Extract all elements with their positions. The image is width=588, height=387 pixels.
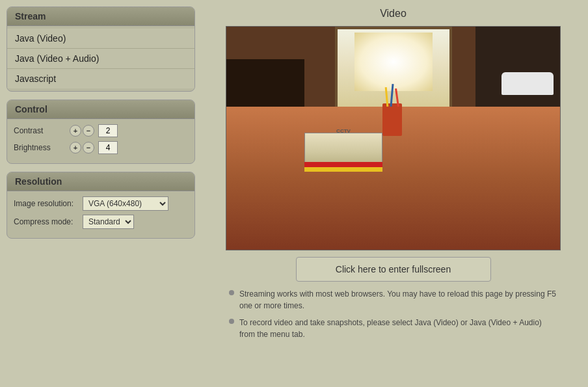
stream-item-javascript[interactable]: Javascript [7, 69, 194, 88]
scene-sky [354, 33, 433, 91]
info-item-2: To record video and take snapshots, plea… [229, 317, 557, 340]
contrast-increment-button[interactable]: + [70, 125, 81, 137]
bullet-icon-2 [229, 319, 234, 324]
scene-box-label: CCTV [311, 128, 376, 134]
stripe-yellow [304, 167, 382, 172]
video-container: CCTV [226, 26, 561, 250]
stream-items: Java (Video) Java (Video + Audio) Javasc… [7, 26, 194, 91]
stream-item-java-video[interactable]: Java (Video) [7, 29, 194, 49]
contrast-buttons: + − [70, 125, 94, 137]
resolution-panel: Resolution Image resolution: VGA (640x48… [7, 172, 195, 239]
brightness-row: Brightness + − [14, 141, 188, 154]
brightness-label: Brightness [14, 143, 66, 152]
stripe-red [304, 162, 382, 167]
info-section: Streaming works with most web browsers. … [226, 288, 561, 345]
info-item-1: Streaming works with most web browsers. … [229, 288, 557, 312]
compress-mode-select[interactable]: Standard High Low [83, 215, 134, 229]
left-panel: Stream Java (Video) Java (Video + Audio)… [7, 7, 195, 345]
right-panel: Video CCTV [205, 7, 581, 345]
fullscreen-button[interactable]: Click here to enter fullscreen [296, 257, 491, 282]
scene-car [501, 72, 554, 95]
scene-cup [382, 103, 402, 136]
bullet-icon-1 [229, 290, 234, 295]
stream-item-java-video-audio[interactable]: Java (Video + Audio) [7, 49, 194, 69]
contrast-row: Contrast + − [14, 124, 188, 137]
brightness-increment-button[interactable]: + [70, 142, 81, 153]
scene-box-stripe [304, 162, 382, 172]
brightness-buttons: + − [70, 142, 94, 153]
video-scene: CCTV [226, 27, 560, 250]
control-body: Contrast + − Brightness + − [7, 119, 194, 163]
stream-panel: Stream Java (Video) Java (Video + Audio)… [7, 7, 195, 92]
control-header: Control [7, 100, 194, 119]
image-resolution-label: Image resolution: [14, 199, 79, 208]
resolution-body: Image resolution: VGA (640x480) QVGA (32… [7, 191, 194, 238]
video-title: Video [380, 7, 407, 20]
resolution-header: Resolution [7, 172, 194, 191]
compress-mode-label: Compress mode: [14, 217, 79, 226]
contrast-value-input[interactable] [98, 124, 118, 137]
contrast-label: Contrast [14, 126, 66, 135]
info-text-1: Streaming works with most web browsers. … [239, 288, 557, 312]
stream-header: Stream [7, 7, 194, 26]
info-text-2: To record video and take snapshots, plea… [239, 317, 557, 340]
compress-mode-row: Compress mode: Standard High Low [14, 215, 188, 229]
image-resolution-row: Image resolution: VGA (640x480) QVGA (32… [14, 196, 188, 211]
brightness-decrement-button[interactable]: − [83, 142, 94, 153]
control-panel: Control Contrast + − Brightness + − [7, 100, 195, 164]
contrast-decrement-button[interactable]: − [83, 125, 94, 137]
brightness-value-input[interactable] [98, 141, 118, 154]
image-resolution-select[interactable]: VGA (640x480) QVGA (320x240) QQVGA (160x… [83, 196, 168, 211]
